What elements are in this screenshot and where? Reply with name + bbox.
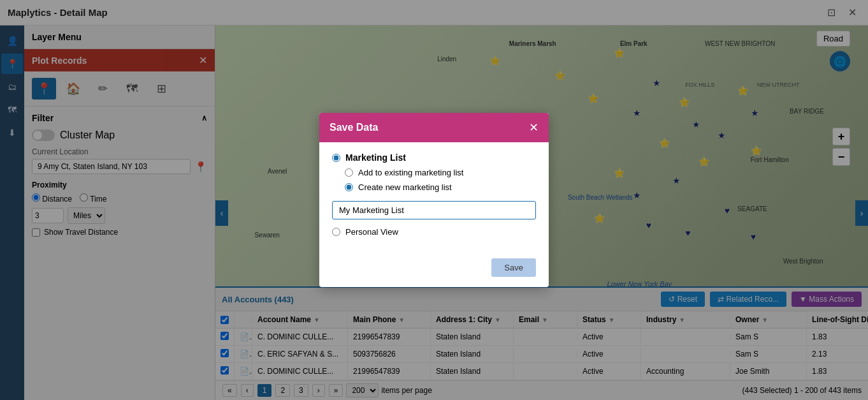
marketing-list-row: Marketing List: [332, 152, 536, 163]
modal-close-button[interactable]: ✕: [529, 121, 539, 135]
save-data-modal: Save Data ✕ Marketing List Add to existi…: [319, 113, 549, 287]
personal-view-label: Personal View: [345, 227, 398, 237]
create-new-label: Create new marketing list: [358, 182, 452, 192]
modal-title: Save Data: [329, 122, 379, 133]
personal-view-radio[interactable]: [332, 228, 340, 236]
add-existing-label: Add to existing marketing list: [358, 168, 463, 177]
modal-overlay[interactable]: Save Data ✕ Marketing List Add to existi…: [0, 0, 868, 400]
marketing-list-label: Marketing List: [345, 152, 406, 163]
list-name-input[interactable]: [332, 201, 536, 219]
modal-save-button[interactable]: Save: [491, 258, 536, 277]
add-existing-radio[interactable]: [345, 168, 353, 177]
modal-footer: Save: [319, 252, 549, 287]
marketing-list-radio[interactable]: [332, 154, 340, 162]
add-existing-row: Add to existing marketing list: [345, 168, 536, 177]
create-new-radio[interactable]: [345, 183, 353, 191]
modal-header: Save Data ✕: [319, 113, 549, 142]
create-new-row: Create new marketing list: [345, 182, 536, 192]
modal-body: Marketing List Add to existing marketing…: [319, 142, 549, 252]
personal-view-row: Personal View: [332, 227, 536, 237]
